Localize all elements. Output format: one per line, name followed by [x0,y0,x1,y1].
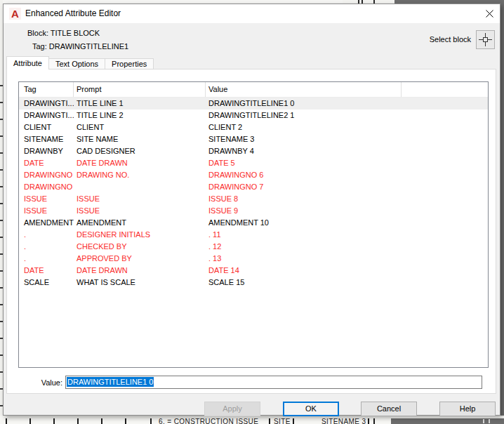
cell-c2: AMENDMENT [74,217,206,229]
close-button[interactable] [482,6,497,21]
tab-attribute[interactable]: Attribute [6,56,49,69]
cell-c3: DRAWINGNO 6 [206,169,402,181]
cell-c2: CLIENT [74,121,206,133]
table-row[interactable]: ISSUEISSUEISSUE 8 [19,193,488,205]
autocad-icon: A [9,8,21,20]
column-header-spacer [402,82,488,97]
drawing-line [269,418,270,424]
drawing-line [368,418,369,424]
cell-c1: CLIENT [19,121,74,133]
select-block-label: Select block [430,35,471,44]
cell-c1: DRAWINGNO [19,169,74,181]
screenshot-root: 6. = CONSTRUCTION ISSUE SITE SITENAME 3 … [0,0,504,424]
select-block-button[interactable] [476,30,495,49]
background-app-dark-right [500,0,504,424]
cell-c3: AMENDMENT 10 [206,217,402,229]
table-row[interactable]: CLIENTCLIENTCLIENT 2 [19,121,488,133]
drawing-text: SITE [274,418,291,424]
cell-c3: DRAWINGNO 7 [206,181,402,193]
cell-c2: ISSUE [74,205,206,217]
attribute-table-header: Tag Prompt Value [19,82,488,98]
help-button[interactable]: Help [439,402,496,416]
cell-c1: DATE [19,157,74,169]
drawing-line [489,419,490,423]
tab-text-options[interactable]: Text Options [49,58,105,69]
table-row[interactable]: SCALEWHAT IS SCALESCALE 15 [19,277,488,289]
table-row[interactable]: AMENDMENTAMENDMENTAMENDMENT 10 [19,217,488,229]
cell-c1: . [19,241,74,253]
block-label: Block: [27,29,48,37]
cell-c1: ISSUE [19,193,74,205]
table-row[interactable]: DATEDATE DRAWNDATE 5 [19,157,488,169]
table-row[interactable]: .DESIGNER INITIALS. 11 [19,229,488,241]
drawing-line [29,418,31,424]
title-bar[interactable]: A Enhanced Attribute Editor [4,4,500,23]
cell-c1: SITENAME [19,133,74,145]
cell-c3: CLIENT 2 [206,121,402,133]
cell-c3: SCALE 15 [206,277,402,289]
attribute-table-body: DRAWINGTI...TITLE LINE 1DRAWINGTITLELINE… [19,98,488,289]
drawing-line [77,418,79,424]
drawing-line [125,418,126,424]
attribute-table[interactable]: Tag Prompt Value DRAWINGTI...TITLE LINE … [18,81,489,368]
table-row[interactable]: DRAWINGNODRAWING NO.DRAWINGNO 6 [19,169,488,181]
table-row[interactable]: DRAWINGTI...TITLE LINE 1DRAWINGTITLELINE… [19,98,488,110]
cell-c2: WHAT IS SCALE [74,277,206,289]
drawing-line [150,418,152,424]
cell-c3: DRAWNBY 4 [206,145,402,157]
cell-c3: ISSUE 8 [206,193,402,205]
cell-c2: APPROVED BY [74,253,206,265]
window-title: Enhanced Attribute Editor [25,4,121,23]
cell-c2 [74,181,206,193]
cancel-button[interactable]: Cancel [361,402,417,416]
table-row[interactable]: ISSUEISSUEISSUE 9 [19,205,488,217]
cell-c1: DRAWINGTI... [19,98,74,110]
drawing-line [483,419,484,423]
cell-c1: AMENDMENT [19,217,74,229]
table-row[interactable]: .APPROVED BY. 13 [19,253,488,265]
table-row[interactable]: DRAWINGNODRAWINGNO 7 [19,181,488,193]
table-row[interactable]: DRAWINGTI...TITLE LINE 2DRAWINGTITLELINE… [19,110,488,121]
ok-button[interactable]: OK [283,402,339,416]
table-row[interactable]: DATEDATE DRAWNDATE 14 [19,265,488,277]
cell-c1: DRAWINGNO [19,181,74,193]
cell-c2: ISSUE [74,193,206,205]
drawing-line [101,418,102,424]
table-row[interactable]: .CHECKED BY. 12 [19,241,488,253]
table-row[interactable]: DRAWNBYCAD DESIGNERDRAWNBY 4 [19,145,488,157]
apply-button[interactable]: Apply [204,402,260,416]
table-row[interactable]: SITENAMESITE NAMESITENAME 3 [19,133,488,145]
cell-c3: DRAWINGTITLELINE2 1 [206,110,402,121]
drawing-line [53,418,55,424]
cell-c2: DESIGNER INITIALS [74,229,206,241]
cell-c3: DATE 14 [206,265,402,277]
cell-c1: DATE [19,265,74,277]
cell-c2: CAD DESIGNER [74,145,206,157]
cell-c3: DRAWINGTITLELINE1 0 [206,98,402,110]
column-header-value: Value [206,82,402,97]
cell-c3: . 12 [206,241,402,253]
cell-c1: SCALE [19,277,74,289]
pickbox-crosshair-icon [479,33,492,46]
cell-c3: DATE 5 [206,157,402,169]
drawing-text: 6. = CONSTRUCTION ISSUE [159,418,258,424]
tab-properties[interactable]: Properties [105,58,154,69]
cell-c2: DATE DRAWN [74,265,206,277]
cell-c3: . 13 [206,253,402,265]
cell-c2: DATE DRAWN [74,157,206,169]
cell-c2: TITLE LINE 2 [74,110,206,121]
cell-c3: . 11 [206,229,402,241]
cell-c1: ISSUE [19,205,74,217]
column-header-prompt: Prompt [74,82,206,97]
value-input[interactable]: DRAWINGTITLELINE1 0 [65,376,482,389]
tag-label: Tag: [32,42,47,51]
cell-c3: ISSUE 9 [206,205,402,217]
drawing-line [293,418,294,424]
tab-strip: Attribute Text Options Properties [6,56,154,69]
drawing-line [6,418,7,424]
drawing-text: SITENAME 3 [321,418,366,424]
cell-c2: TITLE LINE 1 [74,98,206,110]
column-header-tag: Tag [19,82,74,97]
cell-c2: SITE NAME [74,133,206,145]
close-icon [486,10,493,18]
